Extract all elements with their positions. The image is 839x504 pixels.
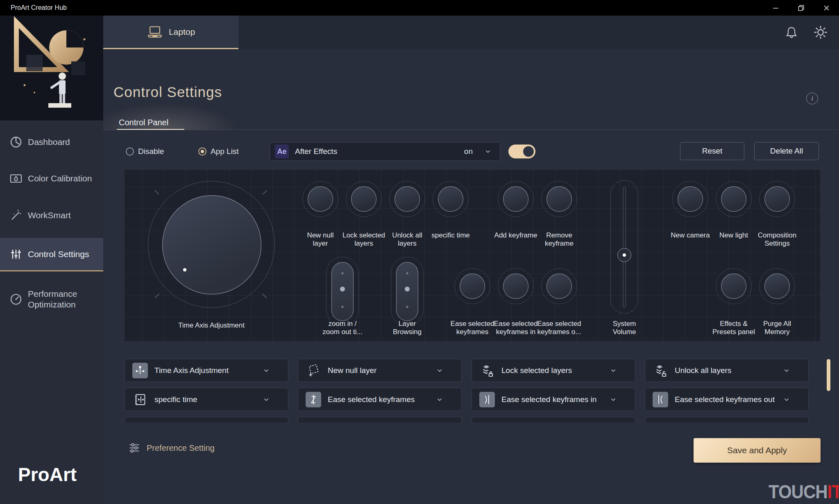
sidebar: Dashboard Color Calibration WorkSmart Co… <box>0 16 103 504</box>
assignment-label: Ease selected keyframes out <box>675 395 775 404</box>
chevron-down-icon <box>436 396 443 403</box>
pad-button-ease-selected-keyframes-out[interactable] <box>541 268 577 304</box>
pad-pill-layer-browsing[interactable] <box>391 257 424 326</box>
minimize-button[interactable] <box>763 0 788 16</box>
sidebar-item-label: Color Calibration <box>28 174 92 183</box>
slider-knob[interactable] <box>617 248 631 262</box>
control-pad-grid: Time Axis Adjustment New null layer Lock… <box>125 170 820 341</box>
pad-button-unlock-all-layers[interactable] <box>389 181 425 217</box>
assignment-label: Lock selected layers <box>501 366 572 375</box>
assignment-label: Time Axis Adjustment <box>154 366 229 375</box>
assignment-dropdown-time-axis[interactable]: Time Axis Adjustment <box>125 359 288 382</box>
pill-dot <box>342 272 344 274</box>
pad-slider-system-volume[interactable] <box>610 180 638 314</box>
touchit-watermark: TOUCHIT <box>769 481 839 503</box>
pad-button-ease-selected-keyframes[interactable] <box>454 268 490 304</box>
assignment-dropdown-ease-selected-keyframes[interactable]: Ease selected keyframes <box>298 388 462 411</box>
app-select-dropdown[interactable]: Ae After Effects on <box>270 142 500 161</box>
dial-tick <box>263 294 267 298</box>
window-title: ProArt Creator Hub <box>11 4 67 11</box>
assignment-dropdown-partial[interactable] <box>645 417 809 423</box>
pad-button-purge-all-memory[interactable] <box>759 268 795 304</box>
proart-creator-hub-window: ProArt Creator Hub <box>0 0 839 504</box>
sidebar-item-control-settings[interactable]: Control Settings <box>0 238 103 271</box>
assignment-dropdown-partial[interactable] <box>472 417 635 423</box>
assignment-label: Unlock all layers <box>675 366 731 375</box>
watermark-red: IT <box>828 481 839 502</box>
null-layer-icon <box>306 363 321 378</box>
pad-label-dial: Time Axis Adjustment <box>150 321 273 330</box>
dial-time-axis-adjustment[interactable] <box>148 181 275 308</box>
pad-button-new-camera[interactable] <box>672 181 708 217</box>
pad-button-lock-selected-layers[interactable] <box>346 181 382 217</box>
pad-pill-zoom-in-out[interactable] <box>326 257 359 326</box>
close-button[interactable] <box>814 0 839 16</box>
notifications-bell-icon[interactable] <box>784 25 799 40</box>
specific-time-icon <box>132 392 148 407</box>
assignment-dropdown-partial[interactable] <box>125 417 288 423</box>
tab-active-underline <box>117 129 184 130</box>
ease-keyframes-icon <box>306 392 321 407</box>
pad-button-add-keyframe[interactable] <box>498 181 534 217</box>
scrollbar-thumb[interactable] <box>827 359 830 391</box>
proart-artwork <box>0 16 103 120</box>
proart-logo: ProArt <box>18 463 77 486</box>
pill-slider <box>331 262 354 321</box>
dial-knob <box>162 195 261 294</box>
sidebar-item-performance-optimization[interactable]: Performance Optimization <box>0 286 103 313</box>
settings-gear-icon[interactable] <box>813 25 828 40</box>
chevron-down-icon <box>263 396 270 403</box>
assignment-dropdown-unlock-all-layers[interactable]: Unlock all layers <box>645 359 809 382</box>
app-enabled-toggle[interactable] <box>508 145 535 158</box>
chevron-down-icon <box>610 396 617 403</box>
window-controls <box>763 0 839 16</box>
assignment-dropdown-specific-time[interactable]: specific time <box>125 388 288 411</box>
assignment-dropdown-partial[interactable] <box>298 417 462 423</box>
sidebar-item-dashboard[interactable]: Dashboard <box>0 132 103 152</box>
save-and-apply-button[interactable]: Save and Apply <box>694 438 821 463</box>
pad-label: Composition Settings <box>751 231 804 248</box>
pad-button-remove-keyframe[interactable] <box>541 181 577 217</box>
slider-track <box>623 187 626 307</box>
preference-setting-label: Preference Setting <box>147 443 215 453</box>
assignment-dropdown-lock-selected-layers[interactable]: Lock selected layers <box>472 359 635 382</box>
tab-control-panel[interactable]: Control Panel <box>119 118 168 127</box>
sidebar-item-label: Performance Optimization <box>28 289 89 310</box>
app-state-value[interactable]: on <box>464 147 473 156</box>
preference-setting-button[interactable]: Preference Setting <box>128 441 215 454</box>
pad-button-new-null-layer[interactable] <box>302 181 338 217</box>
pill-dot <box>406 306 408 308</box>
pad-label: Purge All Memory <box>751 320 804 336</box>
chevron-down-icon <box>783 396 790 403</box>
disable-radio[interactable] <box>126 147 134 156</box>
device-tab-laptop[interactable]: Laptop <box>103 16 238 49</box>
assignment-dropdown-ease-selected-keyframes-in[interactable]: Ease selected keyframes in <box>472 388 635 411</box>
pad-label: System Volume <box>598 320 651 336</box>
assignment-dropdown-ease-selected-keyframes-out[interactable]: Ease selected keyframes out <box>645 388 809 411</box>
assignment-label: Ease selected keyframes in <box>501 395 596 404</box>
pill-dot <box>342 306 344 308</box>
sidebar-item-label: Dashboard <box>28 137 70 147</box>
app-list-radio-label: App List <box>211 147 239 156</box>
info-icon[interactable]: i <box>806 93 818 104</box>
pad-label: specific time <box>424 231 477 240</box>
restore-button[interactable] <box>788 0 814 16</box>
reset-button[interactable]: Reset <box>680 142 744 160</box>
app-list-radio[interactable] <box>198 147 206 156</box>
pad-button-composition-settings[interactable] <box>759 181 795 217</box>
pad-button-effects-presets-panel[interactable] <box>716 268 752 304</box>
pad-button-ease-selected-keyframes-in[interactable] <box>498 268 534 304</box>
control-settings-icon <box>9 247 23 261</box>
assignment-dropdown-new-null-layer[interactable]: New null layer <box>298 359 462 382</box>
preference-sliders-icon <box>128 441 141 454</box>
app-name: After Effects <box>295 147 337 156</box>
worksmart-icon <box>9 208 23 222</box>
pad-button-new-light[interactable] <box>716 181 752 217</box>
assignment-label: specific time <box>154 395 197 404</box>
pad-button-specific-time[interactable] <box>433 181 469 217</box>
chevron-down-icon <box>783 367 790 374</box>
sidebar-item-color-calibration[interactable]: Color Calibration <box>0 168 103 189</box>
delete-all-button[interactable]: Delete All <box>754 142 819 160</box>
sidebar-item-worksmart[interactable]: WorkSmart <box>0 205 103 226</box>
dial-tick <box>155 190 159 194</box>
